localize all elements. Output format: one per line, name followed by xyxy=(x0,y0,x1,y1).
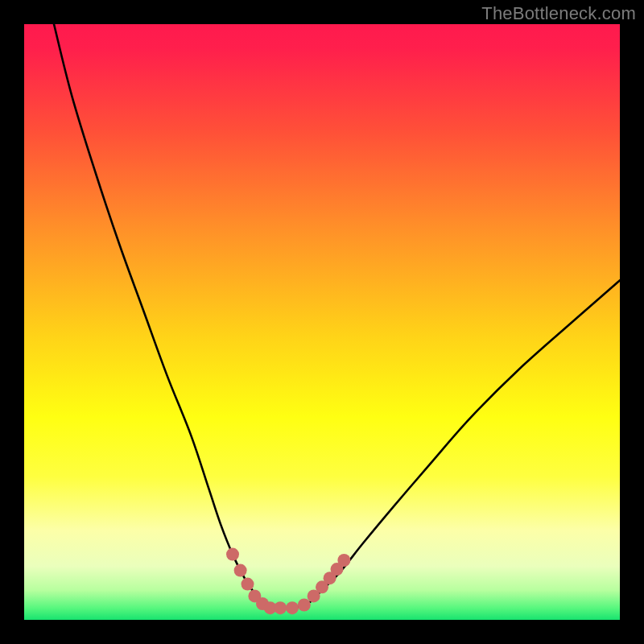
plot-area xyxy=(24,24,620,620)
curve-marker xyxy=(274,601,287,614)
curve-marker xyxy=(286,601,299,614)
curve-marker xyxy=(337,554,350,567)
curve-marker xyxy=(298,599,311,612)
curve-marker xyxy=(234,564,247,577)
curve-marker xyxy=(226,548,239,561)
marker-overlay xyxy=(24,24,620,620)
chart-frame: TheBottleneck.com xyxy=(0,0,644,644)
curve-marker xyxy=(242,578,254,591)
watermark-text: TheBottleneck.com xyxy=(481,3,636,24)
